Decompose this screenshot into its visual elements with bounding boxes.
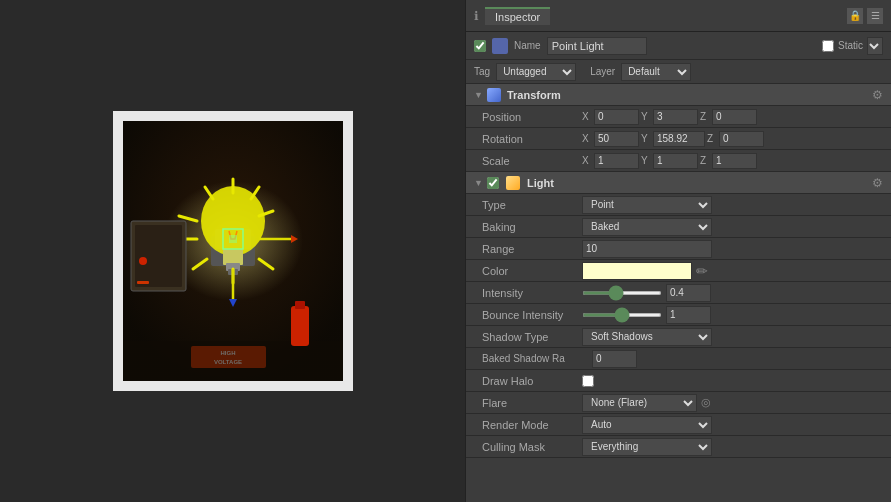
- inspector-tab-label: Inspector: [495, 11, 540, 23]
- transform-section-header[interactable]: ▼ Transform ⚙: [466, 84, 891, 106]
- static-checkbox[interactable]: [822, 40, 834, 52]
- inspector-tab[interactable]: Inspector: [485, 7, 550, 25]
- position-label: Position: [482, 111, 582, 123]
- rot-z-label: Z: [707, 133, 717, 144]
- baked-shadow-input[interactable]: [592, 350, 637, 368]
- flare-dropdown[interactable]: None (Flare): [582, 394, 697, 412]
- type-dropdown[interactable]: Point: [582, 196, 712, 214]
- menu-icon-button[interactable]: ☰: [867, 8, 883, 24]
- baked-shadow-label: Baked Shadow Ra: [482, 353, 592, 364]
- svg-point-27: [139, 257, 147, 265]
- draw-halo-row: Draw Halo: [466, 370, 891, 392]
- inspector-header: ℹ Inspector 🔒 ☰: [466, 0, 891, 32]
- color-row: Color ✏: [466, 260, 891, 282]
- culling-mask-dropdown[interactable]: Everything: [582, 438, 712, 456]
- light-title: Light: [527, 177, 554, 189]
- scale-x-label: X: [582, 155, 592, 166]
- tag-dropdown[interactable]: Untagged: [496, 63, 576, 81]
- light-section-header[interactable]: ▼ Light ⚙: [466, 172, 891, 194]
- flare-label: Flare: [482, 397, 582, 409]
- svg-rect-31: [123, 341, 343, 381]
- baking-dropdown[interactable]: Baked: [582, 218, 712, 236]
- inspector-panel: ℹ Inspector 🔒 ☰ Name Static ▼ Tag Untagg…: [465, 0, 891, 502]
- range-row: Range: [466, 238, 891, 260]
- render-mode-dropdown[interactable]: Auto: [582, 416, 712, 434]
- range-label: Range: [482, 243, 582, 255]
- transform-arrow-icon: ▼: [474, 90, 483, 100]
- intensity-slider-row: [582, 284, 883, 302]
- type-label: Type: [482, 199, 582, 211]
- intensity-value-input[interactable]: [666, 284, 711, 302]
- position-z-input[interactable]: [712, 109, 757, 125]
- rotation-row: Rotation X Y Z: [466, 128, 891, 150]
- range-input[interactable]: [582, 240, 712, 258]
- rotation-z-input[interactable]: [719, 131, 764, 147]
- bounce-slider[interactable]: [582, 313, 662, 317]
- object-header-row: Name Static ▼: [466, 32, 891, 60]
- scale-z-input[interactable]: [712, 153, 757, 169]
- position-fields: X Y Z: [582, 109, 883, 125]
- scale-x-input[interactable]: [594, 153, 639, 169]
- transform-gear-icon[interactable]: ⚙: [872, 88, 883, 102]
- layer-label: Layer: [590, 66, 615, 77]
- baking-row: Baking Baked: [466, 216, 891, 238]
- tag-layer-row: Tag Untagged Layer Default: [466, 60, 891, 84]
- lock-icon-button[interactable]: 🔒: [847, 8, 863, 24]
- object-icon: [492, 38, 508, 54]
- culling-mask-row: Culling Mask Everything: [466, 436, 891, 458]
- baked-shadow-row: Baked Shadow Ra: [466, 348, 891, 370]
- rotation-x-input[interactable]: [594, 131, 639, 147]
- shadow-type-row: Shadow Type Soft Shadows: [466, 326, 891, 348]
- scale-y-input[interactable]: [653, 153, 698, 169]
- eyedropper-icon[interactable]: ✏: [696, 263, 708, 279]
- inspector-icons: 🔒 ☰: [847, 8, 883, 24]
- transform-icon: [487, 88, 501, 102]
- intensity-row: Intensity: [466, 282, 891, 304]
- scene-view: HIGH VOLTAGE: [0, 0, 465, 502]
- draw-halo-checkbox[interactable]: [582, 375, 594, 387]
- scale-y-label: Y: [641, 155, 651, 166]
- pos-y-label: Y: [641, 111, 651, 122]
- svg-rect-26: [137, 281, 149, 284]
- rot-x-label: X: [582, 133, 592, 144]
- static-row: Static ▼: [822, 37, 883, 55]
- light-arrow-icon: ▼: [474, 178, 483, 188]
- rotation-label: Rotation: [482, 133, 582, 145]
- color-swatch[interactable]: [582, 262, 692, 280]
- position-y-input[interactable]: [653, 109, 698, 125]
- layer-dropdown[interactable]: Default: [621, 63, 691, 81]
- pos-z-label: Z: [700, 111, 710, 122]
- tag-label: Tag: [474, 66, 490, 77]
- scale-fields: X Y Z: [582, 153, 883, 169]
- intensity-slider[interactable]: [582, 291, 662, 295]
- color-label: Color: [482, 265, 582, 277]
- object-name-field[interactable]: [547, 37, 647, 55]
- rot-y-label: Y: [641, 133, 651, 144]
- name-label: Name: [514, 40, 541, 51]
- scale-row: Scale X Y Z: [466, 150, 891, 172]
- svg-rect-32: [291, 306, 309, 346]
- shadow-type-dropdown[interactable]: Soft Shadows: [582, 328, 712, 346]
- render-mode-row: Render Mode Auto: [466, 414, 891, 436]
- bounce-slider-row: [582, 306, 883, 324]
- transform-title: Transform: [507, 89, 561, 101]
- scene-canvas: HIGH VOLTAGE: [113, 111, 353, 391]
- rotation-y-input[interactable]: [653, 131, 705, 147]
- svg-rect-6: [223, 249, 243, 265]
- static-dropdown[interactable]: ▼: [867, 37, 883, 55]
- position-x-input[interactable]: [594, 109, 639, 125]
- light-enabled-checkbox[interactable]: [487, 177, 499, 189]
- bounce-value-input[interactable]: [666, 306, 711, 324]
- type-row: Type Point: [466, 194, 891, 216]
- flare-picker-icon[interactable]: ◎: [701, 396, 711, 409]
- intensity-label: Intensity: [482, 287, 582, 299]
- shadow-type-label: Shadow Type: [482, 331, 582, 343]
- scale-z-label: Z: [700, 155, 710, 166]
- culling-mask-label: Culling Mask: [482, 441, 582, 453]
- object-active-checkbox[interactable]: [474, 40, 486, 52]
- scale-label: Scale: [482, 155, 582, 167]
- rotation-fields: X Y Z: [582, 131, 883, 147]
- light-gear-icon[interactable]: ⚙: [872, 176, 883, 190]
- svg-rect-25: [135, 225, 182, 287]
- pos-x-label: X: [582, 111, 592, 122]
